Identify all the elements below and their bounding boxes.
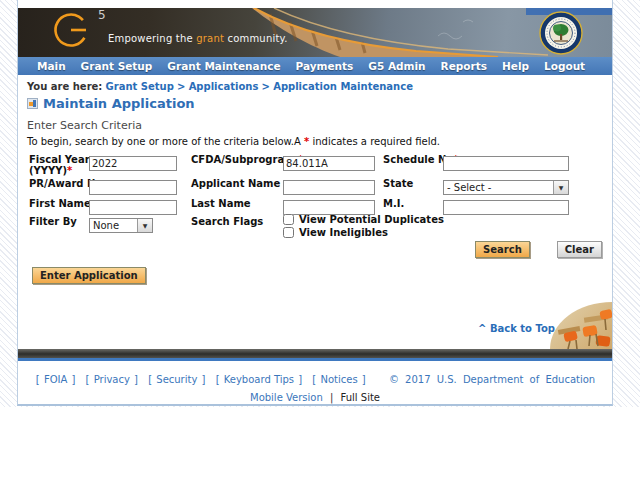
filter-by-select-value: None (90, 219, 137, 232)
nav-help[interactable]: Help (502, 60, 529, 72)
footer-pipe-separator: | (330, 392, 333, 403)
header-tagline: Empowering the grant community. (108, 33, 288, 44)
footer-link-privacy[interactable]: Privacy (94, 374, 130, 385)
instruction-after: indicates a required field. (313, 136, 440, 147)
search-form: Fiscal Year (YYYY)* CFDA/Subprogram * Sc… (29, 152, 612, 284)
schedule-no-label: Schedule No* (383, 152, 443, 165)
view-potential-duplicates-checkbox[interactable] (283, 214, 294, 225)
screen: 5 Empowering the grant community. Main G… (0, 0, 640, 480)
fiscal-year-label-line1: Fiscal Year (29, 154, 89, 165)
footer-links-row: [ FOIA ] [ Privacy ] [ Security ] [ Keyb… (18, 374, 612, 385)
tagline-after: community. (224, 33, 288, 44)
footer-link-notices[interactable]: Notices (320, 374, 357, 385)
breadcrumb-separator: > (262, 81, 270, 92)
nav-grant-setup[interactable]: Grant Setup (81, 60, 153, 72)
department-of-education-seal-icon (539, 11, 583, 55)
search-flags-label: Search Flags (191, 214, 283, 227)
view-potential-duplicates-option: View Potential Duplicates (283, 214, 444, 225)
fiscal-year-input[interactable] (89, 156, 177, 171)
nav-grant-maintenance[interactable]: Grant Maintenance (167, 60, 280, 72)
fiscal-year-label: Fiscal Year (YYYY)* (29, 152, 89, 176)
first-name-input[interactable] (89, 200, 177, 215)
enter-application-button[interactable]: Enter Application (32, 267, 146, 284)
back-to-top-link[interactable]: ^ Back to Top (478, 323, 555, 334)
tagline-before: Empowering the (108, 33, 196, 44)
tagline-grant: grant (196, 33, 224, 44)
filter-by-select[interactable]: None ▼ (89, 218, 153, 233)
footer-link-foia[interactable]: FOIA (44, 374, 67, 385)
section-heading: Enter Search Criteria (27, 119, 612, 131)
footer-divider-bar (18, 349, 612, 358)
classroom-chairs-graphic (550, 302, 612, 349)
mi-input[interactable] (443, 200, 569, 215)
page-container: 5 Empowering the grant community. Main G… (17, 0, 613, 406)
back-to-top-caret-icon: ^ (478, 323, 486, 334)
pr-award-no-label: PR/Award No (29, 176, 89, 189)
applicant-name-label: Applicant Name (191, 176, 283, 189)
last-name-label: Last Name (191, 196, 283, 209)
breadcrumb-grant-setup[interactable]: Grant Setup (106, 81, 174, 92)
state-select[interactable]: - Select - ▼ (443, 180, 569, 195)
first-name-label: First Name (29, 196, 89, 209)
full-site-label: Full Site (341, 392, 380, 403)
breadcrumb: You are here: Grant Setup > Applications… (27, 81, 612, 92)
nav-g5-admin[interactable]: G5 Admin (368, 60, 425, 72)
breadcrumb-applications[interactable]: Applications (189, 81, 259, 92)
pr-award-no-input[interactable] (89, 180, 177, 195)
view-ineligibles-checkbox[interactable] (283, 227, 294, 238)
footer-site-toggle-row: Mobile Version | Full Site (18, 392, 612, 403)
main-nav: Main Grant Setup Grant Maintenance Payme… (18, 57, 612, 75)
state-dropdown-arrow-icon[interactable]: ▼ (553, 181, 568, 194)
footer-link-keyboard-tips[interactable]: Keyboard Tips (224, 374, 294, 385)
applicant-name-input[interactable] (283, 180, 375, 195)
form-buttons-row: Search Clear (29, 241, 612, 258)
required-asterisk: * (304, 136, 309, 147)
back-to-top-label: Back to Top (490, 323, 555, 334)
search-flags-group: View Potential Duplicates View Ineligibl… (283, 214, 444, 238)
fiscal-year-label-line2: (YYYY)* (29, 165, 89, 176)
page-title-icon (27, 98, 38, 109)
footer-divider-blue-line (18, 358, 612, 361)
last-name-input[interactable] (283, 200, 375, 215)
enter-application-row: Enter Application (32, 264, 612, 284)
cfda-input[interactable] (283, 156, 375, 171)
title-row: Maintain Application (27, 96, 612, 110)
view-potential-duplicates-label: View Potential Duplicates (299, 214, 444, 225)
g5-logo-five: 5 (98, 8, 106, 22)
filter-by-label: Filter By (29, 214, 89, 227)
nav-reports[interactable]: Reports (441, 60, 487, 72)
mi-label: M.I. (383, 196, 443, 209)
breadcrumb-application-maintenance[interactable]: Application Maintenance (273, 81, 413, 92)
schedule-no-input[interactable] (443, 156, 569, 171)
nav-logout[interactable]: Logout (544, 60, 585, 72)
instruction-text: To begin, search by one or more of the c… (27, 136, 612, 148)
header-banner: 5 Empowering the grant community. (18, 8, 612, 57)
mobile-version-link[interactable]: Mobile Version (250, 392, 323, 403)
filter-by-dropdown-arrow-icon[interactable]: ▼ (137, 219, 152, 232)
footer-link-security[interactable]: Security (156, 374, 197, 385)
instruction-before: To begin, search by one or more of the c… (27, 136, 301, 147)
cfda-label: CFDA/Subprogram * (191, 152, 283, 165)
state-select-value: - Select - (444, 181, 553, 194)
nav-main[interactable]: Main (37, 60, 66, 72)
search-button[interactable]: Search (475, 241, 530, 258)
breadcrumb-prefix: You are here: (27, 81, 102, 92)
state-label: State (383, 176, 443, 189)
content-area: You are here: Grant Setup > Applications… (18, 81, 612, 349)
page-title: Maintain Application (43, 96, 195, 111)
breadcrumb-separator: > (177, 81, 185, 92)
footer-copyright: © 2017 U.S. Department of Education (389, 374, 595, 385)
nav-payments[interactable]: Payments (296, 60, 354, 72)
view-ineligibles-option: View Ineligibles (283, 227, 444, 238)
view-ineligibles-label: View Ineligibles (299, 227, 388, 238)
clear-button[interactable]: Clear (557, 241, 602, 258)
g5-logo-icon (46, 10, 98, 56)
footer: [ FOIA ] [ Privacy ] [ Security ] [ Keyb… (18, 374, 612, 403)
